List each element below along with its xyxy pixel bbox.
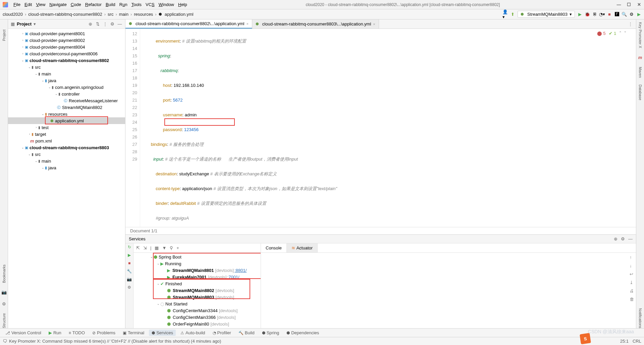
tree-node[interactable]: resources: [48, 112, 67, 117]
svc-item[interactable]: OrderFeignMain80: [173, 322, 209, 327]
tw-autobuild[interactable]: ⚠ Auto-build: [178, 330, 208, 336]
scroll-up-icon[interactable]: ↑: [630, 255, 634, 260]
debug-icon[interactable]: 🐞: [585, 12, 590, 17]
hide-icon[interactable]: —: [628, 236, 633, 241]
tw-problems[interactable]: ⊘ Problems: [90, 330, 118, 336]
crumb-item[interactable]: application.yml: [165, 12, 194, 17]
breadcrumb[interactable]: cloud2020› cloud-stream-rabbitmq-consume…: [3, 12, 194, 17]
print-icon[interactable]: 🖨: [630, 288, 634, 293]
maven-m-icon[interactable]: m: [638, 55, 642, 60]
tw-deps[interactable]: ⬢ Dependencies: [284, 330, 322, 336]
locate-icon[interactable]: ⊕: [88, 21, 93, 27]
run-icon[interactable]: ▶: [578, 12, 582, 17]
run-icon[interactable]: ▶: [128, 253, 131, 257]
tree-node[interactable]: controller: [62, 92, 79, 97]
add-icon[interactable]: +: [176, 245, 179, 250]
tree-node[interactable]: cloud-stream-rabbitmq-consumer8802: [30, 58, 109, 63]
pin-icon[interactable]: ⚲: [170, 245, 173, 250]
close-icon[interactable]: ✕: [637, 2, 641, 7]
tree-node[interactable]: cloud-provider-payment8004: [30, 45, 85, 50]
menu-navigate[interactable]: Navigate: [47, 1, 68, 8]
svc-state[interactable]: Running: [165, 261, 181, 266]
svc-item[interactable]: EurekaMain7001: [172, 275, 207, 280]
gear-icon[interactable]: ⚙: [110, 21, 115, 27]
gutter-database[interactable]: Database: [638, 84, 642, 100]
crumb-item[interactable]: cloud-stream-rabbitmq-consumer8802: [28, 12, 102, 17]
actuator-tab[interactable]: ≋Actuator: [287, 243, 318, 252]
tree-node[interactable]: main: [42, 71, 51, 76]
editor-tab-active[interactable]: ⬢cloud-stream-rabbitmq-consumer8802\...\…: [125, 19, 252, 28]
menu-file[interactable]: File: [11, 1, 22, 8]
tree-node[interactable]: com.angenin.springcloud: [55, 85, 104, 90]
tree-node[interactable]: pom.xml: [36, 138, 52, 143]
menu-view[interactable]: View: [34, 1, 47, 8]
learn-icon[interactable]: ▶: [637, 12, 641, 17]
expand-icon[interactable]: ⇅: [95, 21, 100, 27]
minimize-icon[interactable]: —: [616, 2, 621, 7]
crumb-item[interactable]: cloud2020: [3, 12, 23, 17]
wrench-icon[interactable]: 🔧: [127, 269, 132, 274]
collapse-icon[interactable]: ⇲: [143, 245, 147, 250]
tab-overflow-icon[interactable]: ⋮: [625, 19, 636, 28]
inspection-widget[interactable]: ⬤ 5 ✔ 1 ˆˇ: [597, 31, 626, 36]
tw-spring[interactable]: ⬢ Spring: [259, 330, 282, 336]
menu-build[interactable]: Build: [104, 1, 117, 8]
translate-icon[interactable]: 🅵: [614, 12, 619, 17]
tree-node[interactable]: java: [48, 165, 56, 170]
menu-edit[interactable]: Edit: [22, 1, 34, 8]
hide-icon[interactable]: —: [117, 21, 122, 27]
build-hammer-icon[interactable]: ⬆: [510, 12, 515, 17]
tw-terminal[interactable]: ▣ Terminal: [120, 330, 147, 336]
tree-node[interactable]: test: [42, 125, 49, 130]
camera-icon[interactable]: 📷: [127, 277, 132, 282]
run-config-selector[interactable]: ⬢StreamMQMain8803▾: [518, 11, 575, 18]
gutter-maven[interactable]: Maven: [638, 67, 642, 78]
gutter-bookmarks[interactable]: Bookmarks: [2, 265, 6, 283]
tree-node[interactable]: ReceiveMessageListener: [69, 98, 118, 103]
tw-build[interactable]: 🔨 Build: [236, 330, 257, 336]
stop-icon[interactable]: ■: [128, 261, 130, 266]
crumb-item[interactable]: main: [119, 12, 128, 17]
grid-icon[interactable]: ▦: [155, 245, 159, 250]
project-tree[interactable]: ›▣cloud-provider-payment8001 ›▣cloud-pro…: [8, 29, 125, 328]
menu-refactor[interactable]: Refactor: [83, 1, 104, 8]
filter-icon[interactable]: ▼: [162, 245, 166, 250]
svc-port-link[interactable]: :7001/: [227, 275, 239, 280]
gutter-notifications[interactable]: Notifications: [638, 308, 642, 328]
tw-services[interactable]: ⬢ Services: [149, 330, 176, 336]
svc-item[interactable]: ConfigCenterMain3344: [173, 308, 218, 313]
tree-node[interactable]: src: [35, 65, 41, 70]
gutter-project[interactable]: Project: [2, 30, 6, 41]
tw-run[interactable]: ▶Run: [46, 330, 64, 336]
maximize-icon[interactable]: ☐: [627, 2, 631, 7]
svc-item[interactable]: ConfigClientMain3366: [173, 315, 216, 320]
coverage-icon[interactable]: ⛨: [592, 12, 597, 17]
tw-vcs[interactable]: ⎇ Version Control: [3, 330, 44, 336]
encoding[interactable]: CRL: [633, 339, 641, 344]
svc-port-link[interactable]: :8801/: [234, 268, 247, 273]
gear-icon[interactable]: ⚙: [127, 285, 131, 290]
caret-position[interactable]: 25:1: [620, 339, 629, 344]
close-tab-icon[interactable]: ×: [373, 22, 375, 26]
settings-icon[interactable]: ⚙: [629, 12, 634, 17]
code-editor[interactable]: 121314 151617 181920 212223 242526 27282…: [125, 29, 636, 227]
tree-node[interactable]: main: [42, 159, 51, 164]
gear-icon[interactable]: ⚙: [621, 236, 625, 241]
tree-node[interactable]: target: [35, 132, 46, 137]
tree-node[interactable]: cloud-stream-rabbitmq-consumer8803: [30, 145, 109, 150]
add-icon[interactable]: ⊕: [614, 236, 618, 241]
tree-node[interactable]: cloud-providerconsul-payment8006: [30, 51, 98, 56]
editor-tab[interactable]: ⬢cloud-stream-rabbitmq-consumer8803\...\…: [252, 19, 379, 28]
menu-code[interactable]: Code: [69, 1, 83, 8]
tree-node[interactable]: cloud-provider-payment8002: [30, 38, 85, 43]
scroll-down-icon[interactable]: ↓: [630, 263, 634, 268]
status-balloon-icon[interactable]: 🗨: [3, 339, 7, 344]
user-icon[interactable]: 👤▾: [503, 12, 507, 17]
tree-node[interactable]: cloud-provider-payment8001: [30, 31, 85, 36]
gutter-structure[interactable]: Structure: [2, 313, 6, 328]
services-tree[interactable]: ⌄⬢Spring Boot ⌄▶Running ▶StreamMQMain880…: [133, 253, 261, 328]
tree-node[interactable]: StreamMQMain8802: [62, 105, 102, 110]
crumb-item[interactable]: src: [108, 12, 113, 17]
stop-icon[interactable]: ■: [607, 12, 612, 17]
menu-run[interactable]: Run: [117, 1, 129, 8]
